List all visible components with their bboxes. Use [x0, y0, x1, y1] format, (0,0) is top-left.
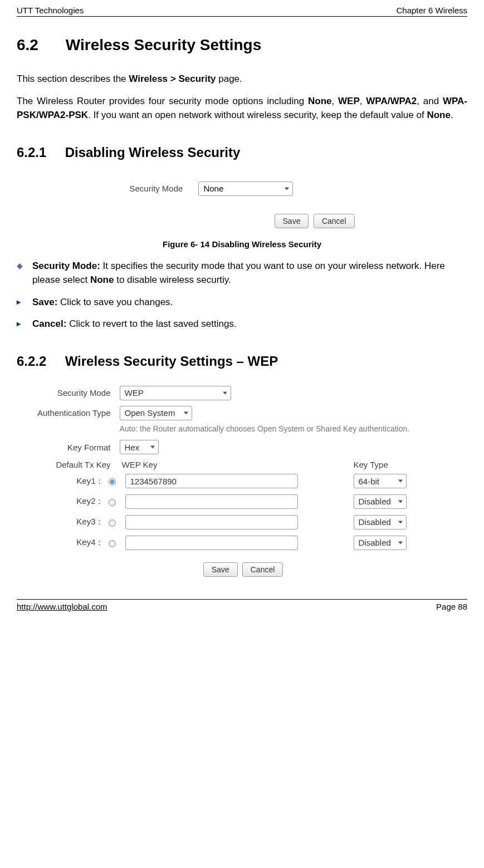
key-type-header: Key Type	[354, 460, 465, 469]
auth-type-hint: Auto: the Router automatically chooses O…	[120, 424, 465, 435]
key2-label: Key2：	[19, 496, 109, 507]
header-left: UTT Technologies	[17, 6, 84, 15]
cancel-button[interactable]: Cancel	[242, 562, 283, 577]
key1-radio[interactable]	[109, 478, 116, 486]
arrow-icon: ▸	[17, 296, 32, 311]
subsection-6-2-1-heading: 6.2.1 Disabling Wireless Security	[17, 145, 467, 160]
key-row-1: Key1： 1234567890 64-bit	[19, 474, 465, 488]
intro-paragraph-2: The Wireless Router provides four securi…	[17, 94, 467, 122]
bullet-save: ▸ Save: Click to save you changes.	[17, 295, 467, 310]
key-format-label: Key Format	[19, 443, 120, 452]
arrow-icon: ▸	[17, 318, 32, 332]
subsection-title: Wireless Security Settings – WEP	[65, 354, 278, 369]
section-heading: 6.2 Wireless Security Settings	[17, 36, 467, 54]
key3-label: Key3：	[19, 517, 109, 527]
page-footer: http://www.uttglobal.com Page 88	[17, 599, 467, 611]
chevron-down-icon	[150, 446, 155, 449]
chevron-down-icon	[285, 187, 289, 190]
key3-input[interactable]	[125, 515, 298, 529]
security-mode-select[interactable]: None	[198, 182, 293, 196]
chevron-down-icon	[398, 500, 403, 503]
key1-label: Key1：	[19, 476, 109, 487]
page-header: UTT Technologies Chapter 6 Wireless	[17, 6, 467, 17]
key1-input[interactable]: 1234567890	[125, 474, 298, 488]
key-format-row: Key Format Hex	[19, 440, 465, 454]
key-row-2: Key2： Disabled	[19, 494, 465, 509]
bullet-security-mode: ◆ Security Mode: It specifies the securi…	[17, 259, 467, 287]
chevron-down-icon	[223, 391, 227, 394]
security-mode-row: Security Mode None	[124, 182, 360, 196]
chevron-down-icon	[398, 521, 403, 523]
figure1-button-row: Save Cancel	[124, 214, 360, 228]
key2-input[interactable]	[125, 494, 298, 509]
key3-type-select[interactable]: Disabled	[354, 515, 407, 529]
save-button[interactable]: Save	[275, 214, 309, 228]
auth-type-select[interactable]: Open System	[120, 406, 192, 420]
key4-input[interactable]	[125, 536, 298, 550]
footer-link[interactable]: http://www.uttglobal.com	[17, 602, 107, 611]
bullet-cancel: ▸ Cancel: Click to revert to the last sa…	[17, 317, 467, 331]
security-mode-row: Security Mode WEP	[19, 386, 465, 400]
section-number: 6.2	[17, 36, 61, 54]
intro-paragraph-1: This section describes the Wireless > Se…	[17, 72, 467, 86]
key-format-select[interactable]: Hex	[120, 440, 159, 454]
chevron-down-icon	[184, 411, 188, 414]
key2-radio[interactable]	[109, 499, 116, 506]
wep-key-header: WEP Key	[120, 460, 354, 469]
figure-6-14: Security Mode None Save Cancel	[120, 177, 365, 233]
key3-radio[interactable]	[109, 519, 116, 527]
auth-type-row: Authentication Type Open System	[19, 406, 465, 420]
security-mode-select[interactable]: WEP	[120, 386, 231, 400]
key4-radio[interactable]	[109, 540, 116, 547]
figure2-button-row: Save Cancel	[19, 562, 465, 577]
key-row-4: Key4： Disabled	[19, 535, 465, 550]
auth-type-label: Authentication Type	[19, 408, 120, 418]
bullet-list-1: ◆ Security Mode: It specifies the securi…	[17, 259, 467, 331]
security-mode-label: Security Mode	[130, 184, 183, 193]
security-mode-label: Security Mode	[19, 388, 120, 398]
chevron-down-icon	[398, 480, 403, 483]
diamond-icon: ◆	[17, 260, 32, 288]
save-button[interactable]: Save	[203, 562, 238, 577]
figure-6-14-caption: Figure 6- 14 Disabling Wireless Security	[17, 239, 467, 249]
key2-type-select[interactable]: Disabled	[354, 494, 407, 509]
header-right: Chapter 6 Wireless	[396, 6, 467, 15]
subsection-number: 6.2.1	[17, 145, 61, 160]
key-table-header: Default Tx Key WEP Key Key Type	[19, 460, 465, 469]
section-title: Wireless Security Settings	[66, 36, 261, 53]
subsection-6-2-2-heading: 6.2.2 Wireless Security Settings – WEP	[17, 354, 467, 369]
subsection-number: 6.2.2	[17, 354, 61, 369]
default-tx-key-label: Default Tx Key	[19, 460, 120, 469]
figure-wep-form: Security Mode WEP Authentication Type Op…	[19, 386, 465, 577]
page-number: Page 88	[436, 602, 467, 611]
key4-type-select[interactable]: Disabled	[354, 536, 407, 550]
key1-type-select[interactable]: 64-bit	[354, 474, 407, 488]
key4-label: Key4：	[19, 537, 109, 548]
key-row-3: Key3： Disabled	[19, 514, 465, 529]
subsection-title: Disabling Wireless Security	[65, 145, 241, 160]
chevron-down-icon	[398, 541, 403, 544]
cancel-button[interactable]: Cancel	[314, 214, 355, 228]
